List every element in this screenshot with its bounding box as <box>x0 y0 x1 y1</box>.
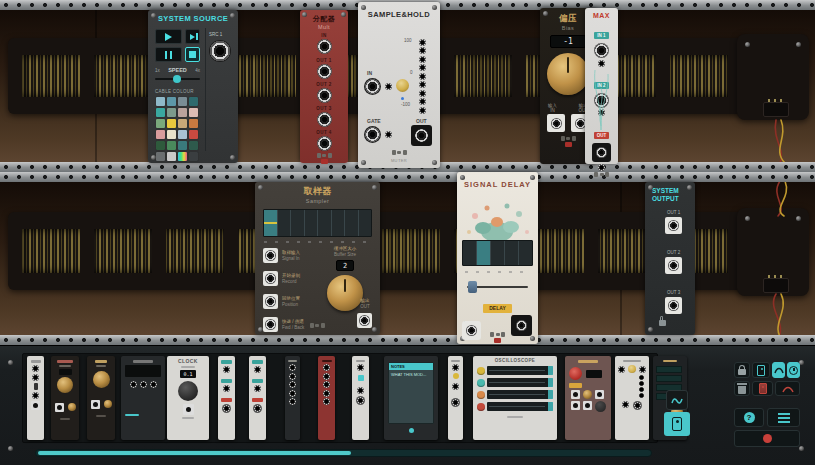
cable-colour-swatch[interactable] <box>178 108 187 117</box>
module-sample-hold[interactable]: SAMPLE&HOLD 100 0 -100 IN GATE OUT MUTER <box>358 2 440 168</box>
out1-jack[interactable] <box>665 217 682 234</box>
scale-jack[interactable] <box>419 107 426 114</box>
cable-colour-swatch[interactable] <box>156 130 165 139</box>
src1-jack[interactable] <box>209 40 231 62</box>
in-jack[interactable] <box>364 78 381 95</box>
gate-button[interactable] <box>385 131 392 138</box>
shelf-module-clock[interactable]: CLOCK 0.1 <box>167 356 209 440</box>
cable-colour-swatch[interactable] <box>156 97 165 106</box>
shelf-module-util[interactable] <box>352 356 369 440</box>
sampler-fwd-back-jack[interactable] <box>263 317 278 332</box>
out3-jack[interactable] <box>665 297 682 314</box>
scale-jack[interactable] <box>419 39 426 46</box>
cable-colour-swatch[interactable] <box>189 130 198 139</box>
shelf-module-bias-mini[interactable] <box>87 356 115 440</box>
bias-in-jack[interactable] <box>547 114 565 132</box>
show-cables-button[interactable] <box>772 362 785 378</box>
sampler-record-jack[interactable] <box>263 271 278 286</box>
mult-in-jack[interactable] <box>317 39 332 54</box>
cable-colour-swatch[interactable] <box>167 141 176 150</box>
module-mult[interactable]: 分配器 Mult IN OUT 1 OUT 2 OUT 3 OUT 4 <box>300 10 348 163</box>
bias-knob[interactable] <box>547 53 589 95</box>
help-button[interactable]: ? <box>734 408 764 427</box>
menu-button[interactable] <box>767 408 800 427</box>
max-out-button[interactable] <box>598 164 605 171</box>
delete-module-button[interactable] <box>752 381 773 396</box>
cable-colour-swatch[interactable] <box>178 130 187 139</box>
scale-jack[interactable] <box>419 56 426 63</box>
cable-colour-swatch[interactable] <box>189 108 198 117</box>
cable-colour-swatch[interactable] <box>178 97 187 106</box>
scale-jack[interactable] <box>419 47 426 54</box>
cable-colour-swatch[interactable] <box>167 119 176 128</box>
speed-slider-thumb[interactable] <box>173 75 181 83</box>
stop-button[interactable] <box>185 47 200 62</box>
delay-in-jack[interactable] <box>462 321 481 340</box>
shelf-module-recorder[interactable] <box>565 356 611 440</box>
scale-jack[interactable] <box>419 73 426 80</box>
cable-colour-swatch[interactable] <box>189 119 198 128</box>
module-max[interactable]: MAX IN 1 IN 2 OUT <box>585 8 618 164</box>
cable-colour-swatch[interactable] <box>156 141 165 150</box>
cable-colour-swatch[interactable] <box>189 141 198 150</box>
sample-knob[interactable] <box>396 79 409 92</box>
cable-colour-swatch[interactable] <box>189 97 198 106</box>
cable-colour-swatch[interactable] <box>156 152 165 161</box>
out-jack[interactable] <box>411 125 432 146</box>
shelf-module-oscilloscope[interactable]: OSCILLOSCOPE <box>473 356 557 440</box>
sampler-out-jack[interactable] <box>357 313 372 328</box>
cable-colour-swatch[interactable] <box>156 108 165 117</box>
mult-out4-jack[interactable] <box>317 136 332 151</box>
shelf-module-sample-hold-mini[interactable] <box>615 356 649 440</box>
realtime-button[interactable] <box>787 362 800 378</box>
delay-slider-track[interactable] <box>467 286 528 288</box>
module-system-output[interactable]: SYSTEM OUTPUT OUT 1 OUT 2 OUT 3 <box>645 182 695 335</box>
record-button[interactable] <box>734 430 800 447</box>
tab-oscilloscope-panel[interactable] <box>666 390 688 410</box>
delay-slider-handle[interactable] <box>468 281 477 293</box>
cable-colour-swatch[interactable] <box>167 97 176 106</box>
shelf-module-sh-narrow[interactable] <box>448 356 463 440</box>
scale-jack[interactable] <box>419 81 426 88</box>
module-signal-delay[interactable]: SIGNAL DELAY DELAY IN OUT <box>457 172 538 344</box>
mult-out2-jack[interactable] <box>317 88 332 103</box>
in-attenuate-button[interactable] <box>385 83 392 90</box>
gate-jack[interactable] <box>364 126 381 143</box>
shelf-module-attenuator[interactable] <box>51 356 79 440</box>
mult-out1-jack[interactable] <box>317 64 332 79</box>
sampler-signal-in-jack[interactable] <box>263 248 278 263</box>
delete-cable-button[interactable] <box>775 381 800 396</box>
tab-module-library[interactable] <box>664 412 690 436</box>
module-sampler[interactable]: 取样器 Sampler 取样输入 Signal In 开始录制 Record 回… <box>255 182 380 335</box>
delete-button[interactable] <box>734 381 750 396</box>
out2-jack[interactable] <box>665 257 682 274</box>
shelf-scrollbar-track[interactable] <box>35 449 652 457</box>
cable-colour-swatch[interactable] <box>156 119 165 128</box>
shelf-module-max-mini[interactable] <box>218 356 235 440</box>
shelf-module-max-mini-2[interactable] <box>249 356 266 440</box>
cable-colour-swatch[interactable] <box>167 108 176 117</box>
scale-jack[interactable] <box>419 64 426 71</box>
module-system-source[interactable]: SYSTEM SOURCE 1x SPEED 4x CABLE COLOUR S… <box>148 10 238 163</box>
shelf-module-sequencer[interactable] <box>121 356 165 440</box>
show-modules-button[interactable] <box>752 362 770 378</box>
shelf-module-mult-red[interactable] <box>318 356 335 440</box>
shelf-module-notes[interactable]: NOTES WHAT THIS MOD... <box>384 356 438 440</box>
cable-colour-swatch[interactable] <box>178 141 187 150</box>
shelf-module-logic[interactable] <box>27 356 44 440</box>
play-button[interactable] <box>155 29 182 44</box>
cable-colour-swatch[interactable] <box>178 119 187 128</box>
speed-slider-track[interactable] <box>155 78 200 80</box>
shelf-module-mult-dark[interactable] <box>285 356 300 440</box>
lock-rack-button[interactable] <box>734 362 750 378</box>
cable-colour-swatch[interactable] <box>178 152 187 161</box>
pause-button[interactable] <box>155 47 182 62</box>
mult-out3-jack[interactable] <box>317 112 332 127</box>
shelf-scrollbar-thumb[interactable] <box>38 451 351 455</box>
scale-jack[interactable] <box>419 90 426 97</box>
cable-colour-swatch[interactable] <box>189 152 198 161</box>
sampler-position-jack[interactable] <box>263 294 278 309</box>
cable-colour-swatch[interactable] <box>167 152 176 161</box>
scale-jack[interactable] <box>419 98 426 105</box>
step-button[interactable] <box>185 29 200 44</box>
